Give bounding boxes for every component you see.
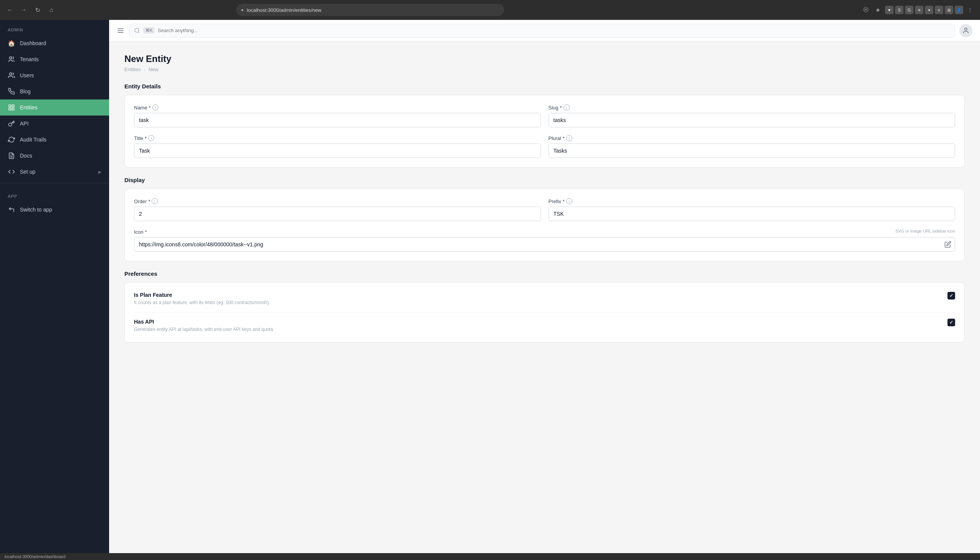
- icon-row: Icon * SVG or image URL sidebar icon: [134, 229, 955, 252]
- ext-5: ✦: [925, 6, 933, 14]
- admin-section-label: ADMIN: [0, 20, 109, 35]
- back-button[interactable]: ←: [5, 5, 15, 15]
- content-area: New Entity Entities › New Entity Details…: [109, 41, 980, 553]
- browser-chrome: ← → ↻ ⌂ ● localhost:3000/admin/entities/…: [0, 0, 980, 20]
- svg-point-0: [10, 57, 12, 59]
- title-label: Title * i: [134, 135, 541, 141]
- audit-trails-icon: [8, 136, 15, 143]
- top-bar-right: [959, 24, 972, 37]
- sidebar-item-docs[interactable]: Docs: [0, 148, 109, 164]
- sidebar-item-label: Users: [20, 72, 34, 78]
- sidebar-item-setup[interactable]: Set up ▶: [0, 164, 109, 180]
- title-input[interactable]: [134, 143, 541, 158]
- setup-arrow-icon: ▶: [99, 170, 102, 174]
- home-button[interactable]: ⌂: [46, 5, 57, 15]
- blog-icon: [8, 88, 15, 95]
- order-input[interactable]: [134, 207, 541, 221]
- app-section-label: APP: [0, 186, 109, 202]
- dashboard-icon: 🏠: [8, 39, 15, 47]
- slug-help-icon[interactable]: i: [564, 105, 570, 110]
- sidebar-item-blog[interactable]: Blog: [0, 83, 109, 100]
- ext-1: ▼: [885, 6, 893, 14]
- icon-input[interactable]: [134, 237, 955, 252]
- share-button[interactable]: Ⓗ: [861, 5, 871, 15]
- svg-rect-3: [12, 105, 14, 107]
- display-card: Order * i Prefix * i: [124, 188, 965, 261]
- pref-item-is-plan-feature: Is Plan Feature It counts as a plan feat…: [134, 292, 955, 313]
- prefix-field-group: Prefix * i: [549, 198, 955, 221]
- breadcrumb-current: New: [149, 67, 159, 72]
- menu-toggle-button[interactable]: [117, 27, 124, 35]
- icon-field-group: Icon * SVG or image URL sidebar icon: [134, 229, 955, 252]
- ext-7: ⊞: [945, 6, 953, 14]
- setup-icon: [8, 168, 15, 175]
- sidebar-item-label: Entities: [20, 105, 37, 110]
- preferences-card: Is Plan Feature It counts as a plan feat…: [124, 282, 965, 342]
- slug-field-group: Slug * i: [549, 105, 955, 127]
- search-bar[interactable]: ⌘K: [129, 24, 955, 37]
- pref-is-plan-feature-text: Is Plan Feature It counts as a plan feat…: [134, 292, 942, 306]
- name-required: *: [149, 105, 151, 110]
- prefix-help-icon[interactable]: i: [566, 198, 572, 204]
- status-bar: localhost:3000/admin/dashboard: [0, 553, 980, 560]
- pref-has-api-text: Has API Generates entity API at /api/tas…: [134, 318, 942, 333]
- more-button[interactable]: ⋮: [965, 5, 975, 15]
- sidebar-item-audit-trails[interactable]: Audit Trails: [0, 132, 109, 148]
- sidebar-item-label: Set up: [20, 169, 35, 175]
- page-title: New Entity: [124, 53, 965, 64]
- is-plan-feature-checkbox[interactable]: [947, 292, 955, 300]
- sidebar-item-entities[interactable]: Entities: [0, 100, 109, 115]
- address-bar[interactable]: ● localhost:3000/admin/entities/new: [236, 4, 504, 16]
- title-field-group: Title * i: [134, 135, 541, 158]
- sidebar-item-label: Docs: [20, 153, 32, 159]
- forward-button[interactable]: →: [18, 5, 29, 15]
- order-help-icon[interactable]: i: [152, 198, 158, 204]
- sidebar-item-label: Audit Trails: [20, 137, 46, 143]
- status-url: localhost:3000/admin/dashboard: [5, 554, 65, 559]
- plural-label: Plural * i: [549, 135, 955, 141]
- sidebar-item-switch-to-app[interactable]: Switch to app: [0, 202, 109, 218]
- search-input[interactable]: [158, 28, 950, 33]
- breadcrumb-separator: ›: [144, 67, 145, 72]
- has-api-checkbox[interactable]: [947, 318, 955, 326]
- svg-point-13: [965, 28, 967, 30]
- switch-icon: [8, 206, 15, 213]
- icon-edit-button[interactable]: [945, 241, 951, 248]
- icon-hint: SVG or image URL sidebar icon: [895, 229, 955, 233]
- ext-2: S: [895, 6, 903, 14]
- svg-point-11: [135, 28, 139, 33]
- slug-required: *: [560, 105, 562, 110]
- sidebar-item-dashboard[interactable]: 🏠 Dashboard: [0, 35, 109, 51]
- name-slug-row: Name * i Slug * i: [134, 105, 955, 127]
- tenants-icon: [8, 55, 15, 63]
- sidebar-item-label: Tenants: [20, 56, 38, 62]
- plural-help-icon[interactable]: i: [566, 135, 572, 141]
- title-plural-row: Title * i Plural * i: [134, 135, 955, 158]
- svg-rect-4: [9, 108, 11, 110]
- sidebar-item-users[interactable]: Users: [0, 67, 109, 83]
- reload-button[interactable]: ↻: [32, 5, 43, 15]
- bookmark-button[interactable]: ★: [873, 5, 883, 15]
- sidebar-item-api[interactable]: API: [0, 115, 109, 132]
- user-avatar-button[interactable]: [959, 24, 972, 37]
- icon-input-wrapper: [134, 237, 955, 252]
- title-help-icon[interactable]: i: [148, 135, 154, 141]
- name-input[interactable]: [134, 113, 541, 127]
- entity-details-card: Name * i Slug * i: [124, 95, 965, 168]
- sidebar-divider: [0, 183, 109, 183]
- url-text: localhost:3000/admin/entities/new: [247, 7, 321, 13]
- svg-point-1: [10, 73, 12, 75]
- icon-required: *: [145, 229, 147, 235]
- prefix-label: Prefix * i: [549, 198, 955, 204]
- plural-required: *: [563, 135, 565, 141]
- plural-input[interactable]: [549, 143, 955, 158]
- sidebar-item-tenants[interactable]: Tenants: [0, 51, 109, 67]
- order-required: *: [148, 198, 150, 204]
- breadcrumb-entities-link[interactable]: Entities: [124, 67, 141, 72]
- ext-6: ≡: [935, 6, 943, 14]
- slug-input[interactable]: [549, 113, 955, 127]
- ext-8: 👤: [955, 6, 963, 14]
- prefix-input[interactable]: [549, 207, 955, 221]
- ext-4: ✳: [915, 6, 923, 14]
- name-help-icon[interactable]: i: [152, 105, 159, 110]
